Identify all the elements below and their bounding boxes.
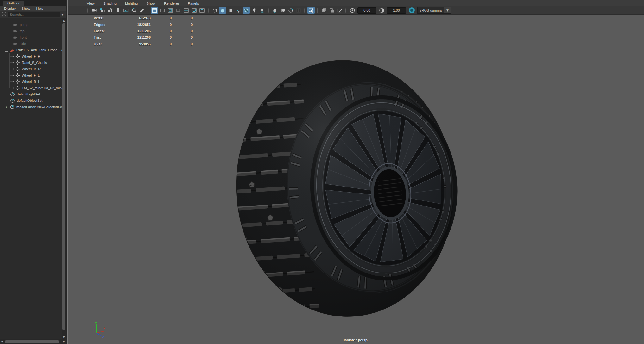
outliner-item-Ratel_S_Chasis[interactable]: Ratel_S_Chasis <box>0 59 62 66</box>
isolate-select-button[interactable] <box>307 7 315 14</box>
shadows-button[interactable] <box>258 7 266 14</box>
outliner-item-Wheel_R_L[interactable]: Wheel_R_L <box>0 78 62 85</box>
pan-zoom-button[interactable] <box>130 7 137 14</box>
isolate-status-label: Isolate : persp <box>344 338 368 342</box>
hud-col3: 0 <box>172 42 193 46</box>
outliner-item-front[interactable]: front <box>0 34 62 40</box>
outliner-tab-strip: Outliner <box>0 0 66 6</box>
menu-show[interactable]: Show <box>22 7 30 10</box>
chevron-down-icon[interactable]: ▼ <box>444 7 451 13</box>
screen-space-ao-button[interactable] <box>271 7 278 14</box>
outliner-item-side[interactable]: side <box>0 40 62 47</box>
outliner-vertical-scrollbar[interactable]: ▲ ▼ <box>62 18 66 339</box>
xray-button[interactable] <box>320 7 327 14</box>
color-management-toggle[interactable] <box>409 7 415 13</box>
image-plane-button[interactable] <box>122 7 129 14</box>
field-chart-button[interactable] <box>182 7 190 14</box>
menu-renderer[interactable]: Renderer <box>164 2 179 5</box>
select-camera-button[interactable] <box>91 7 98 14</box>
scroll-down-icon[interactable]: ▼ <box>62 335 66 339</box>
resolution-gate-icon <box>167 8 173 13</box>
outliner-item-defaultLightSet[interactable]: defaultLightSet <box>0 91 62 97</box>
viewport-canvas[interactable]: Verts:61297300Edges:182265100Faces:12112… <box>68 15 644 344</box>
xray-active-components-button[interactable] <box>336 7 343 14</box>
depth-of-field-button[interactable] <box>295 7 302 14</box>
bookmarks-button[interactable] <box>114 7 122 14</box>
xray-joints-icon <box>329 8 335 13</box>
resolution-gate-button[interactable] <box>167 7 174 14</box>
menu-display[interactable]: Display <box>4 7 16 10</box>
scroll-up-icon[interactable]: ▲ <box>62 18 66 22</box>
outliner-item-top[interactable]: top <box>0 28 62 34</box>
menu-lighting[interactable]: Lighting <box>125 2 138 5</box>
outliner-item-Wheel_R_R[interactable]: Wheel_R_R <box>0 66 62 72</box>
vertical-scroll-thumb[interactable] <box>62 23 65 330</box>
outliner-horizontal-scrollbar[interactable]: ◀ ▶ <box>0 339 66 344</box>
outliner-item-defaultObjectSet[interactable]: defaultObjectSet <box>0 97 62 104</box>
grid-button[interactable] <box>151 7 158 14</box>
mesh-icon <box>15 79 20 84</box>
search-input[interactable] <box>8 12 60 17</box>
use-all-lights-button[interactable] <box>250 7 258 14</box>
menu-view[interactable]: View <box>87 2 95 5</box>
outliner-item-label: TM_62_mine:TM_62_mine_MESH <box>22 86 62 90</box>
grease-pencil-button[interactable] <box>138 7 145 14</box>
vertical-scroll-track[interactable] <box>62 22 65 335</box>
flat-shade-icon <box>228 8 233 13</box>
menu-show-vp[interactable]: Show <box>146 2 155 5</box>
textured-button[interactable] <box>235 7 242 14</box>
mesh-icon <box>15 60 20 65</box>
outliner-item-TM_62_mine:TM_62_mine_MESH[interactable]: TM_62_mine:TM_62_mine_MESH <box>0 85 62 91</box>
safe-action-button[interactable] <box>190 7 198 14</box>
outliner-item-persp[interactable]: persp <box>0 22 62 28</box>
expander-plus-icon[interactable]: + <box>5 106 8 108</box>
gate-mask-button[interactable] <box>174 7 182 14</box>
gamma-field[interactable] <box>387 7 406 14</box>
safe-title-button[interactable] <box>198 7 205 14</box>
smooth-shade-button[interactable] <box>219 7 226 14</box>
grease-pencil-icon <box>139 8 145 13</box>
expander-minus-icon[interactable]: − <box>5 49 8 52</box>
view-transform-dropdown[interactable]: sRGB gamma▼ <box>417 7 451 14</box>
flat-shade-button[interactable] <box>227 7 234 14</box>
horizontal-scroll-thumb[interactable] <box>5 340 59 343</box>
motion-blur-button[interactable] <box>279 7 286 14</box>
outliner-item-modelPanel4ViewSelectedSet[interactable]: +modelPanel4ViewSelectedSet <box>0 104 62 110</box>
toolbar-separator <box>304 8 305 13</box>
gamma-button[interactable] <box>378 7 385 14</box>
wireframe-button[interactable] <box>211 7 218 14</box>
outliner-body: persptopfrontside−Ratel_S_Anti_Tank_Dron… <box>0 18 66 339</box>
pan-zoom-icon <box>131 8 137 13</box>
exposure-field[interactable] <box>357 7 376 14</box>
hud-col2: 0 <box>151 35 172 39</box>
toolbar-separator <box>87 8 88 13</box>
film-gate-button[interactable] <box>159 7 166 14</box>
camera-attributes-button[interactable] <box>106 7 114 14</box>
menu-help[interactable]: Help <box>36 7 44 10</box>
search-dropdown-arrow[interactable]: ▼ <box>61 13 64 16</box>
isolate-select-icon <box>308 8 314 13</box>
menu-panels[interactable]: Panels <box>188 2 199 5</box>
scroll-right-icon[interactable]: ▶ <box>62 340 66 344</box>
hud-total: 1211206 <box>113 35 151 39</box>
hud-row-uvs: UVs:95985600 <box>94 41 193 47</box>
hud-label: Edges: <box>94 23 113 27</box>
hud-total: 1211206 <box>113 29 151 33</box>
tab-outliner[interactable]: Outliner <box>3 1 24 6</box>
lock-camera-button[interactable] <box>98 7 106 14</box>
scroll-left-icon[interactable]: ◀ <box>0 340 4 344</box>
use-all-lights-icon <box>251 8 257 13</box>
exposure-button[interactable] <box>349 7 356 14</box>
menu-shading[interactable]: Shading <box>103 2 117 5</box>
anti-aliasing-button[interactable] <box>287 7 294 14</box>
hud-total: 612973 <box>113 16 151 20</box>
set-icon <box>9 104 15 110</box>
hud-col2: 0 <box>151 16 172 20</box>
wireframe-on-shaded-button[interactable] <box>243 7 250 14</box>
outliner-item-Wheel_F_L[interactable]: Wheel_F_L <box>0 72 62 78</box>
xray-joints-button[interactable] <box>328 7 335 14</box>
outliner-item-label: side <box>20 42 26 46</box>
horizontal-scroll-track[interactable] <box>4 340 62 343</box>
outliner-item-Ratel_S_Anti_Tank_Drone_GROUP[interactable]: −Ratel_S_Anti_Tank_Drone_GROUP <box>0 47 62 53</box>
outliner-item-Wheel_F_R[interactable]: Wheel_F_R <box>0 53 62 59</box>
